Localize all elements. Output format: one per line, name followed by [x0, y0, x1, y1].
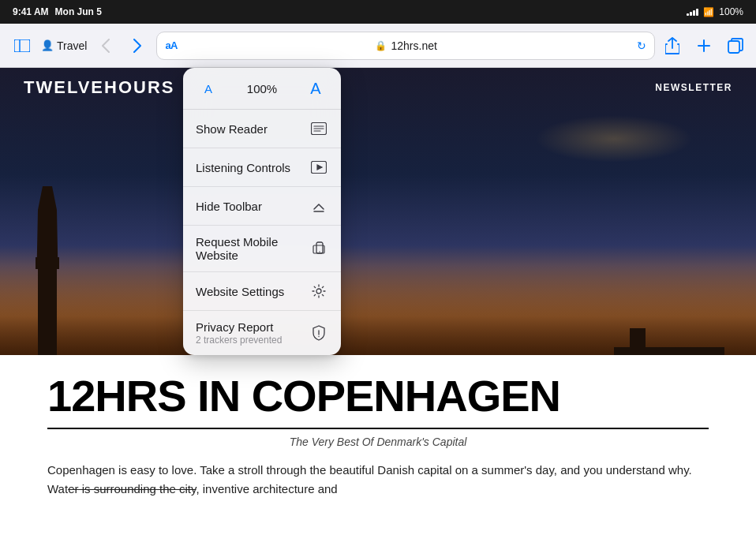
request-mobile-icon	[311, 239, 328, 258]
status-day: Mon Jun 5	[55, 6, 102, 17]
font-increase-button[interactable]: A	[300, 74, 331, 103]
font-size-row: A 100% A	[183, 68, 341, 110]
tab-user-icon: 👤	[41, 39, 54, 51]
listening-controls-label: Listening Controls	[196, 161, 290, 174]
aa-button[interactable]: aA	[165, 39, 178, 51]
site-nav-links: NEWSLETTER	[655, 82, 732, 93]
tabs-button[interactable]	[724, 35, 747, 57]
tab-name: Travel	[57, 39, 87, 52]
svg-rect-0	[14, 39, 30, 52]
menu-item-website-settings[interactable]: Website Settings	[183, 272, 341, 311]
body-text-strikethrough: er is surrounding the city	[68, 482, 196, 496]
status-left: 9:41 AM Mon Jun 5	[13, 6, 102, 17]
body-text-end: , inventive architecture and	[196, 482, 337, 496]
menu-item-request-mobile[interactable]: Request Mobile Website	[183, 226, 341, 272]
request-mobile-label: Request Mobile Website	[196, 235, 311, 262]
hide-toolbar-label: Hide Toolbar	[196, 200, 262, 213]
website-settings-label: Website Settings	[196, 285, 284, 298]
svg-point-13	[319, 251, 320, 252]
battery-level: 100%	[719, 6, 743, 17]
lock-icon: 🔒	[375, 40, 387, 51]
show-reader-icon	[309, 119, 328, 138]
listening-controls-icon	[309, 158, 328, 177]
share-button[interactable]	[661, 35, 683, 57]
site-nav: TWELVEHOURS NEWSLETTER	[0, 68, 756, 107]
dropdown-menu: A 100% A Show Reader Listening Controls	[183, 68, 341, 355]
url-display: 12hrs.net	[391, 39, 437, 52]
signal-icon	[687, 9, 698, 16]
wifi-icon: 📶	[703, 7, 714, 17]
svg-marker-10	[317, 165, 322, 170]
new-tab-button[interactable]	[693, 35, 715, 57]
article-subtitle: The Very Best Of Denmark's Capital	[47, 436, 709, 448]
status-bar: 9:41 AM Mon Jun 5 📶 100%	[0, 0, 756, 24]
privacy-report-label: Privacy Report	[196, 320, 282, 334]
menu-item-listening-controls[interactable]: Listening Controls	[183, 148, 341, 187]
browser-toolbar: 👤 Travel aA 🔒 12hrs.net ↻	[0, 24, 756, 68]
font-percent: 100%	[224, 82, 300, 95]
hide-toolbar-icon	[309, 196, 328, 215]
article-section: 12HRS IN COPENHAGEN The Very Best Of Den…	[0, 355, 756, 546]
toolbar-right-buttons	[661, 35, 747, 57]
forward-button[interactable]	[125, 33, 150, 58]
tab-label[interactable]: 👤 Travel	[41, 39, 87, 52]
status-time: 9:41 AM	[13, 6, 49, 17]
article-title: 12HRS IN COPENHAGEN	[47, 374, 709, 418]
nav-link-newsletter[interactable]: NEWSLETTER	[655, 82, 732, 93]
menu-item-privacy-report[interactable]: Privacy Report 2 trackers prevented	[183, 311, 341, 355]
website-settings-icon	[309, 282, 328, 301]
website-content: TWELVEHOURS NEWSLETTER 12HRS IN COPENHAG…	[0, 68, 756, 546]
privacy-report-icon	[309, 323, 328, 342]
show-reader-label: Show Reader	[196, 122, 268, 136]
privacy-report-sublabel: 2 trackers prevented	[196, 335, 282, 346]
sidebar-button[interactable]	[9, 33, 35, 58]
svg-point-15	[316, 289, 321, 294]
menu-item-show-reader[interactable]: Show Reader	[183, 110, 341, 148]
svg-rect-4	[728, 41, 739, 53]
reload-icon[interactable]: ↻	[637, 39, 646, 52]
font-decrease-button[interactable]: A	[193, 74, 224, 103]
back-button[interactable]	[93, 33, 118, 58]
site-logo: TWELVEHOURS	[24, 77, 174, 98]
menu-item-hide-toolbar[interactable]: Hide Toolbar	[183, 187, 341, 226]
svg-point-17	[318, 336, 319, 337]
article-divider	[47, 428, 709, 429]
article-body: Copenhagen is easy to love. Take a strol…	[47, 461, 709, 499]
address-bar[interactable]: aA 🔒 12hrs.net ↻	[156, 32, 655, 60]
status-right: 📶 100%	[687, 6, 743, 17]
